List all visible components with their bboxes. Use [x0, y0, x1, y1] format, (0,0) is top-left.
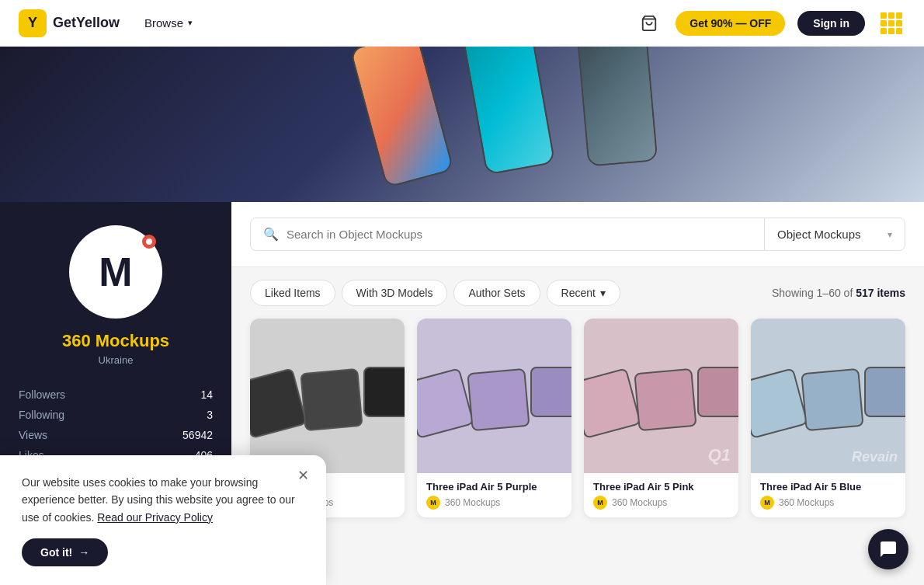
product-thumb: [417, 319, 571, 473]
author-avatar-sm: M: [426, 496, 440, 510]
watermark: Q1: [708, 445, 731, 465]
grid-dots: [881, 12, 902, 34]
showing-count: Showing 1–60 of 517 items: [772, 287, 905, 299]
product-author-name: 360 Mockups: [445, 497, 500, 508]
ipad-mockup: [250, 367, 405, 425]
avatar: M: [69, 225, 162, 319]
author-name: 360 Mockups: [62, 331, 169, 351]
chevron-down-icon: ▾: [188, 18, 193, 28]
phone-mockup-1: [349, 47, 454, 188]
author-country: Ukraine: [99, 354, 134, 366]
stats-table: Followers 14 Following 3 Views 56942 Lik…: [19, 385, 213, 465]
filter-tabs: Liked Items With 3D Models Author Sets R…: [250, 280, 620, 306]
get90-button[interactable]: Get 90% — OFF: [676, 11, 785, 36]
chevron-down-icon: ▾: [600, 287, 606, 299]
ipad-mockup: [751, 367, 905, 425]
header-right: Get 90% — OFF Sign in: [635, 9, 905, 37]
stat-following: Following 3: [19, 405, 213, 425]
search-icon: 🔍: [263, 227, 279, 242]
stat-views: Views 56942: [19, 425, 213, 445]
author-avatar-sm: M: [760, 496, 774, 510]
header-left: Y GetYellow Browse ▾: [19, 9, 193, 37]
cookie-banner: ✕ Our website uses cookies to make your …: [0, 455, 326, 585]
logo-text: GetYellow: [53, 15, 120, 31]
header: Y GetYellow Browse ▾ Get 90% — OFF Sign …: [0, 0, 924, 47]
product-card[interactable]: Q1 Three iPad Air 5 Pink M 360 Mockups: [584, 319, 738, 517]
ipad-mockup: [417, 367, 571, 425]
search-row: 🔍 Object Mockups ▾: [250, 218, 905, 251]
tab-recent[interactable]: Recent ▾: [547, 280, 620, 306]
content-area: 🔍 Object Mockups ▾ Liked Items With 3D M…: [231, 202, 924, 585]
product-card[interactable]: Revain Three iPad Air 5 Blue M 360 Mocku…: [751, 319, 905, 517]
watermark: Revain: [852, 449, 898, 465]
phone-mockup-2: [462, 47, 556, 175]
product-author-row: M 360 Mockups: [593, 496, 729, 510]
ipad-mockup: [584, 367, 738, 425]
privacy-policy-link[interactable]: Read our Privacy Policy: [97, 511, 213, 524]
hero-banner: [0, 47, 924, 202]
product-name: Three iPad Air 5 Purple: [426, 481, 562, 493]
product-info: Three iPad Air 5 Pink M 360 Mockups: [584, 473, 738, 517]
avatar-letter: M: [99, 249, 132, 295]
product-info: Three iPad Air 5 Blue M 360 Mockups: [751, 473, 905, 517]
chat-button[interactable]: [868, 529, 908, 569]
cookie-accept-button[interactable]: Got it! →: [22, 538, 108, 566]
cart-icon[interactable]: [635, 9, 663, 37]
logo-icon: Y: [19, 9, 47, 37]
phone-mockup-3: [576, 47, 658, 167]
apps-grid-icon[interactable]: [877, 9, 905, 37]
product-info: Three iPad Air 5 Purple M 360 Mockups: [417, 473, 571, 517]
stat-followers: Followers 14: [19, 385, 213, 405]
chevron-down-icon: ▾: [888, 229, 892, 240]
cookie-text: Our website uses cookies to make your br…: [22, 474, 304, 526]
search-input[interactable]: [287, 228, 752, 241]
logo[interactable]: Y GetYellow: [19, 9, 120, 37]
product-author-row: M 360 Mockups: [426, 496, 562, 510]
hero-phones: [225, 47, 924, 202]
tab-3d-models[interactable]: With 3D Models: [342, 280, 448, 306]
product-author-name: 360 Mockups: [779, 497, 834, 508]
search-category-dropdown[interactable]: Object Mockups ▾: [765, 218, 905, 250]
tab-liked-items[interactable]: Liked Items: [250, 280, 335, 306]
product-thumb: [250, 319, 405, 473]
product-thumb: Revain: [751, 319, 905, 473]
product-card[interactable]: Three iPad Air 5 Purple M 360 Mockups: [417, 319, 571, 517]
tab-author-sets[interactable]: Author Sets: [453, 280, 540, 306]
product-author-name: 360 Mockups: [612, 497, 667, 508]
filter-row: Liked Items With 3D Models Author Sets R…: [231, 267, 924, 319]
arrow-right-icon: →: [78, 546, 89, 559]
author-avatar-sm: M: [593, 496, 607, 510]
signin-button[interactable]: Sign in: [797, 11, 865, 36]
search-section: 🔍 Object Mockups ▾: [231, 202, 924, 267]
product-author-row: M 360 Mockups: [760, 496, 896, 510]
browse-nav[interactable]: Browse ▾: [144, 16, 193, 30]
search-input-wrap: 🔍: [251, 218, 764, 250]
product-grid: ir 5 Starlight M 360 Mockups: [231, 319, 924, 536]
product-thumb: Q1: [584, 319, 738, 473]
cookie-close-button[interactable]: ✕: [292, 465, 314, 486]
avatar-badge: [142, 235, 156, 249]
product-name: Three iPad Air 5 Blue: [760, 481, 896, 493]
product-name: Three iPad Air 5 Pink: [593, 481, 729, 493]
